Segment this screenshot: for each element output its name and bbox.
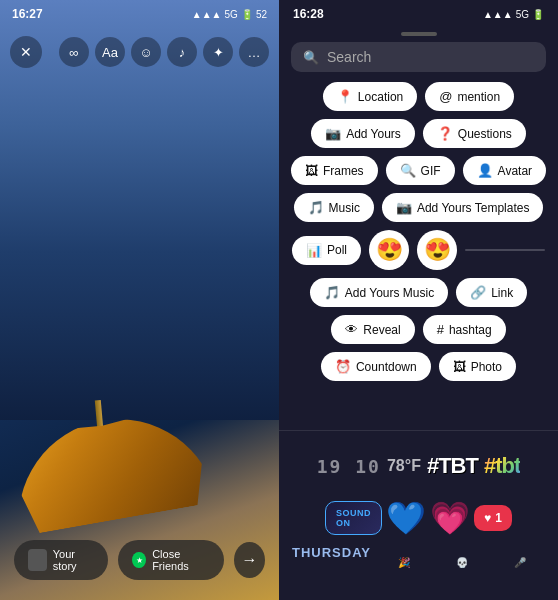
link-sticker[interactable]: 🔗 Link [456, 278, 527, 307]
status-bar: 16:27 ▲▲▲ 5G 🔋 52 [0, 0, 279, 28]
bottom-bar: Your story ★ Close Friends → [0, 540, 279, 580]
heart-icon-notif: ♥ [484, 511, 491, 525]
link-label: Link [491, 286, 513, 300]
sticker-row-5: 📊 Poll 😍 😍 [289, 230, 548, 270]
text-icon: Aa [102, 45, 118, 60]
sparkle-icon: ✦ [213, 45, 224, 60]
close-friends-label: Close Friends [152, 548, 210, 572]
countdown-icon: ⏰ [335, 359, 351, 374]
send-button[interactable]: → [234, 542, 265, 578]
reveal-icon: 👁 [345, 322, 358, 337]
photo-icon: 🖼 [453, 359, 466, 374]
more-button[interactable]: … [239, 37, 269, 67]
close-friends-button[interactable]: ★ Close Friends [118, 540, 223, 580]
network-type: 5G [225, 9, 238, 20]
sticker-row-4: 🎵 Music 📷 Add Yours Templates [289, 193, 548, 222]
reveal-sticker[interactable]: 👁 Reveal [331, 315, 414, 344]
thursday-sticker[interactable]: THURSDAY [292, 545, 371, 580]
right-status-bar: 16:28 ▲▲▲ 5G 🔋 [279, 0, 558, 28]
avatar-icon: 👤 [477, 163, 493, 178]
your-story-button[interactable]: Your story [14, 540, 108, 580]
music-icon: ♪ [179, 45, 186, 60]
mention-icon: @ [439, 89, 452, 104]
date-sticker[interactable]: 19 10 [317, 441, 381, 491]
location-sticker[interactable]: 📍 Location [323, 82, 417, 111]
add-yours-sticker[interactable]: 📷 Add Yours [311, 119, 415, 148]
questions-label: Questions [458, 127, 512, 141]
countdown-sticker[interactable]: ⏰ Countdown [321, 352, 431, 381]
tbt-sticker-2[interactable]: #tbt [484, 441, 520, 491]
sparkle-button[interactable]: ✦ [203, 37, 233, 67]
add-yours-label: Add Yours [346, 127, 401, 141]
sticker-placeholder-2[interactable]: 💀 [437, 545, 487, 580]
photo-sticker[interactable]: 🖼 Photo [439, 352, 516, 381]
right-status-time: 16:28 [293, 7, 324, 21]
gif-label: GIF [421, 164, 441, 178]
gif-icon: 🔍 [400, 163, 416, 178]
notification-sticker[interactable]: ♥ 1 [474, 505, 512, 531]
mention-sticker[interactable]: @ mention [425, 82, 514, 111]
close-icon: ✕ [20, 44, 32, 60]
more-icon: … [248, 45, 261, 60]
right-status-icons: ▲▲▲ 5G 🔋 [483, 9, 544, 20]
hashtag-label: hashtag [449, 323, 492, 337]
add-yours-music-sticker[interactable]: 🎵 Add Yours Music [310, 278, 448, 307]
sticker-row-6: 🎵 Add Yours Music 🔗 Link [289, 278, 548, 307]
sticker-row-2: 📷 Add Yours ❓ Questions [289, 119, 548, 148]
teal-heart-sticker[interactable]: 💙 [386, 499, 426, 537]
sticker-grid: 📍 Location @ mention 📷 Add Yours ❓ Quest… [279, 82, 558, 430]
gif-sticker[interactable]: 🔍 GIF [386, 156, 455, 185]
avatar-sticker[interactable]: 👤 Avatar [463, 156, 546, 185]
frames-label: Frames [323, 164, 364, 178]
emoji-bubble-1[interactable]: 😍 [369, 230, 409, 270]
poll-label: Poll [327, 243, 347, 257]
sticker-button[interactable]: ☺ [131, 37, 161, 67]
sound-sticker[interactable]: SOUNDON [325, 501, 382, 535]
tbt-colored-text: #tbt [484, 453, 520, 479]
countdown-label: Countdown [356, 360, 417, 374]
sticker-placeholder-1[interactable]: 🎉 [379, 545, 429, 580]
right-network-type: 5G [516, 9, 529, 20]
hashtag-sticker[interactable]: # hashtag [423, 315, 506, 344]
location-label: Location [358, 90, 403, 104]
music-sticker-icon: 🎵 [308, 200, 324, 215]
frames-icon: 🖼 [305, 163, 318, 178]
photo-label: Photo [471, 360, 502, 374]
sticker-icon: ☺ [139, 45, 152, 60]
poll-sticker[interactable]: 📊 Poll [292, 236, 361, 265]
battery-icon: 🔋 [241, 9, 253, 20]
text-button[interactable]: Aa [95, 37, 125, 67]
toolbar: ✕ ∞ Aa ☺ ♪ ✦ … [0, 28, 279, 76]
temp-sticker[interactable]: 78°F [387, 441, 421, 491]
add-yours-icon: 📷 [325, 126, 341, 141]
sticker-tray: 19 10 78°F #TBT #tbt SOUNDON 💙 💗 ♥ 1 THU… [279, 430, 558, 600]
tray-row-3: THURSDAY 🎉 💀 🎤 [287, 545, 550, 580]
templates-label: Add Yours Templates [417, 201, 530, 215]
umbrella-top [3, 403, 217, 536]
loop-button[interactable]: ∞ [59, 37, 89, 67]
sticker-row-1: 📍 Location @ mention [289, 82, 548, 111]
emoji-bubble-2[interactable]: 😍 [417, 230, 457, 270]
questions-sticker[interactable]: ❓ Questions [423, 119, 526, 148]
close-button[interactable]: ✕ [10, 36, 42, 68]
toolbar-icons: ∞ Aa ☺ ♪ ✦ … [59, 37, 269, 67]
music-sticker[interactable]: 🎵 Music [294, 193, 374, 222]
story-thumbnail [28, 549, 47, 571]
add-yours-music-icon: 🎵 [324, 285, 340, 300]
sticker-placeholder-3[interactable]: 🎤 [495, 545, 545, 580]
music-button[interactable]: ♪ [167, 37, 197, 67]
search-bar[interactable]: 🔍 Search [291, 42, 546, 72]
tray-row-2: SOUNDON 💙 💗 ♥ 1 [287, 499, 550, 537]
tbt-sticker-1[interactable]: #TBT [427, 441, 478, 491]
signal-icon: ▲▲▲ [192, 9, 222, 20]
pink-heart-sticker[interactable]: 💗 [430, 499, 470, 537]
search-icon: 🔍 [303, 50, 319, 65]
sticker-row-7: 👁 Reveal # hashtag [289, 315, 548, 344]
add-yours-templates-sticker[interactable]: 📷 Add Yours Templates [382, 193, 544, 222]
sticker-row-3: 🖼 Frames 🔍 GIF 👤 Avatar [289, 156, 548, 185]
status-time: 16:27 [12, 7, 43, 21]
music-label: Music [329, 201, 360, 215]
sticker-row-8: ⏰ Countdown 🖼 Photo [289, 352, 548, 381]
questions-icon: ❓ [437, 126, 453, 141]
frames-sticker[interactable]: 🖼 Frames [291, 156, 378, 185]
